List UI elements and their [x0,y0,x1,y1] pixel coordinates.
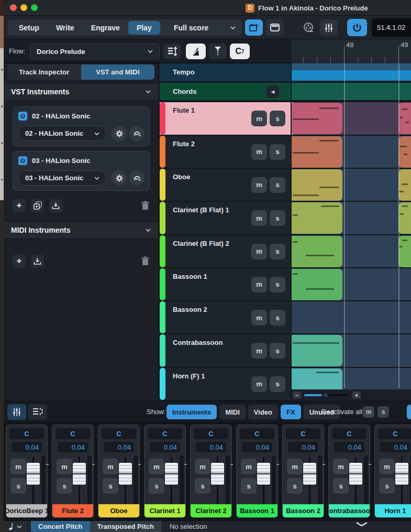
pan-control[interactable]: C [148,428,182,439]
track-lane[interactable] [292,235,411,267]
track-lane[interactable] [292,63,411,81]
channel-solo-button[interactable]: s [241,478,257,494]
channel-mute-button[interactable]: m [241,459,257,474]
track-solo-button[interactable]: s [270,277,285,292]
pan-control[interactable]: C [286,428,320,439]
channel-solo-button[interactable]: s [103,478,118,494]
track-lane[interactable] [292,301,411,333]
mixer-view-button[interactable] [7,404,26,420]
channel-solo-button[interactable]: s [379,478,395,494]
filter-instruments[interactable]: Instruments [166,405,217,419]
track-row[interactable]: Bassoon 2 m s [160,301,291,333]
midi-clip[interactable] [398,236,411,267]
channel-mute-button[interactable]: m [103,459,118,474]
channel-solo-button[interactable]: s [10,478,26,494]
mode-tab-write[interactable]: Write [48,21,83,35]
midi-clip[interactable] [292,103,342,134]
window-layout-button[interactable] [266,19,284,36]
pan-control[interactable]: C [102,428,136,439]
vst-instruments-header[interactable]: VST Instruments [4,83,158,101]
delete-vst-button[interactable] [141,201,150,210]
activate-project-button[interactable] [347,19,367,36]
fader-value[interactable]: 0.04 [242,442,272,452]
timeline-ruler[interactable]: 4849 [292,39,411,63]
minimize-window-icon[interactable] [20,4,27,11]
channel-mute-button[interactable]: m [287,459,303,474]
fader-value[interactable]: 0.04 [150,442,180,452]
fader-value[interactable]: 0.04 [334,442,364,452]
fader-handle[interactable] [119,463,132,485]
pan-control[interactable]: C [240,428,274,439]
add-midi-button[interactable]: + [13,255,26,268]
track-mute-button[interactable]: m [251,177,267,193]
midi-clip[interactable] [398,202,411,234]
vst-plugin-select[interactable]: 03 - HALion Sonic [18,170,106,186]
fader-value[interactable]: 0.04 [58,442,88,452]
midi-clip[interactable] [292,169,342,201]
import-midi-button[interactable] [31,255,44,268]
pan-control[interactable]: C [9,428,44,439]
track-mute-button[interactable]: m [251,144,267,160]
filter-video[interactable]: Video [248,405,278,419]
track-mute-button[interactable]: m [251,343,267,359]
rhythmic-grid-select[interactable] [4,521,27,532]
inspector-tab-track-inspector[interactable]: Track Inspector [7,64,81,80]
channel-mute-button[interactable]: m [333,459,349,474]
vst-plugin-select[interactable]: 02 - HALion Sonic [18,126,106,141]
vst-edit-button[interactable] [129,170,145,186]
channel-mute-button[interactable]: m [379,459,395,474]
track-lane[interactable] [292,83,411,101]
fader-value[interactable]: 0.04 [12,442,42,452]
channel-solo-button[interactable]: s [149,478,164,494]
deactivate-all-solo-button[interactable]: s [377,406,389,418]
chord-track-button[interactable]: C7 [230,44,250,59]
duplicate-vst-button[interactable] [31,199,44,212]
cutoff-button[interactable] [407,405,411,419]
played-durations-button[interactable] [186,44,206,59]
fader-value[interactable]: 0.04 [196,442,226,452]
track-row[interactable]: Clarinet (B Flat) 2 m s [160,235,291,267]
track-row[interactable]: Chords ◀ [160,83,291,101]
track-lane[interactable] [292,102,411,134]
vst-settings-button[interactable] [112,170,127,186]
track-mute-button[interactable]: m [251,277,267,292]
track-height-button[interactable] [163,44,181,59]
track-mute-button[interactable]: m [251,376,267,392]
fader-handle[interactable] [349,463,362,485]
channel-mute-button[interactable]: m [57,459,72,474]
midi-clip[interactable] [292,136,342,168]
track-row[interactable]: Horn (F) 1 m s [160,368,291,400]
track-solo-button[interactable]: s [270,177,285,193]
track-lane[interactable] [292,334,411,366]
pan-control[interactable]: C [378,428,411,439]
mode-tab-play[interactable]: Play [128,21,160,35]
zoom-in-button[interactable]: + [352,392,361,399]
track-row[interactable]: Contrabassoon m s [160,334,291,366]
track-row[interactable]: Flute 1 m s [160,102,291,134]
track-mute-button[interactable]: m [251,210,267,226]
midi-clip[interactable] [398,103,411,134]
track-row[interactable]: Clarinet (B Flat) 1 m s [160,202,291,234]
collapse-panel-chevron-icon[interactable] [356,522,368,527]
delete-midi-button[interactable] [141,256,150,266]
layout-select[interactable]: Full score [168,19,242,36]
fader-value[interactable]: 0.04 [104,442,134,452]
track-solo-button[interactable]: s [270,310,285,325]
vst-edit-button[interactable] [129,126,145,141]
track-solo-button[interactable]: s [270,111,285,126]
track-solo-button[interactable]: s [270,376,285,392]
track-solo-button[interactable]: s [270,210,285,226]
pan-control[interactable]: C [55,428,90,439]
mode-tab-setup[interactable]: Setup [10,21,48,35]
fader-handle[interactable] [257,463,270,485]
channel-mute-button[interactable]: m [10,459,26,474]
track-mute-button[interactable]: m [251,310,267,325]
track-lane[interactable] [292,169,411,201]
track-row[interactable]: Tempo [160,63,291,81]
track-row[interactable]: Oboe m s [160,169,291,201]
fader-handle[interactable] [395,463,408,485]
channel-list-button[interactable] [28,404,47,420]
channel-solo-button[interactable]: s [287,478,303,494]
track-solo-button[interactable]: s [270,244,285,259]
midi-clip[interactable] [398,169,411,201]
